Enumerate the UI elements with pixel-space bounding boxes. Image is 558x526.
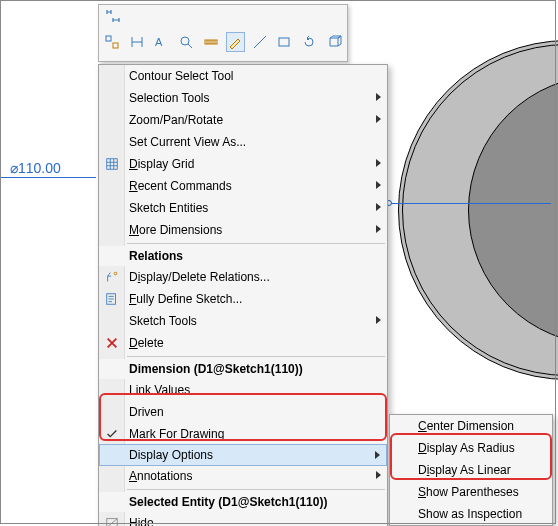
submenu-arrow-icon <box>376 471 381 479</box>
menu-item[interactable]: Center Dimension <box>390 415 552 437</box>
view-icon[interactable] <box>324 32 343 52</box>
menu-item-label: Fully Define Sketch... <box>129 292 369 306</box>
display-options-submenu: Center DimensionDisplay As RadiusDisplay… <box>389 414 553 526</box>
menu-item-label: Sketch Tools <box>129 314 369 328</box>
menu-item[interactable]: Show Parentheses <box>390 481 552 503</box>
measure-icon[interactable] <box>201 32 220 52</box>
menu-item-label: Recent Commands <box>129 179 369 193</box>
menu-item[interactable]: Set Current View As... <box>99 131 387 153</box>
redo-icon[interactable] <box>300 32 319 52</box>
menu-item[interactable]: Display Options <box>99 444 387 466</box>
menu-item[interactable]: Recent Commands <box>99 175 387 197</box>
menu-item-label: Driven <box>129 405 369 419</box>
dimension-leader <box>0 177 96 178</box>
menu-item[interactable]: Mark For Drawing <box>99 423 387 445</box>
menu-section-header: Relations <box>99 246 387 266</box>
sketch-icon[interactable] <box>251 32 270 52</box>
grid-icon <box>103 155 121 173</box>
menu-item-label: More Dimensions <box>129 223 369 237</box>
submenu-arrow-icon <box>376 225 381 233</box>
context-menu: Contour Select ToolSelection ToolsZoom/P… <box>98 64 388 526</box>
menu-item[interactable]: Annotations <box>99 465 387 487</box>
svg-rect-6 <box>107 159 118 170</box>
menu-item-label: Center Dimension <box>418 419 534 433</box>
menu-item-label: Display As Linear <box>418 463 534 477</box>
construction-line <box>391 203 551 204</box>
menu-item-label: Hide <box>129 516 369 526</box>
menu-item[interactable]: Display As Linear <box>390 459 552 481</box>
rect-icon[interactable] <box>275 32 294 52</box>
tool-1-icon[interactable] <box>103 32 122 52</box>
dimension-label[interactable]: ⌀110.00 <box>10 160 61 176</box>
submenu-arrow-icon <box>376 181 381 189</box>
menu-item[interactable]: Fully Define Sketch... <box>99 288 387 310</box>
check-icon <box>103 425 121 443</box>
menu-section-header: Selected Entity (D1@Sketch1(110)) <box>99 492 387 512</box>
submenu-arrow-icon <box>376 159 381 167</box>
delete-icon <box>103 334 121 352</box>
magnify-icon[interactable] <box>177 32 196 52</box>
menu-item-label: Delete <box>129 336 369 350</box>
highlight-icon[interactable] <box>226 32 245 52</box>
menu-item[interactable]: More Dimensions <box>99 219 387 241</box>
submenu-arrow-icon <box>376 316 381 324</box>
menu-item-label: Annotations <box>129 469 369 483</box>
menu-item-label: Set Current View As... <box>129 135 369 149</box>
svg-text:A: A <box>155 36 163 48</box>
menu-item[interactable]: Selection Tools <box>99 87 387 109</box>
menu-item-label: Display Options <box>129 448 368 462</box>
menu-item[interactable]: Driven <box>99 401 387 423</box>
menu-item[interactable]: Link Values <box>99 379 387 401</box>
svg-point-7 <box>114 272 117 275</box>
menu-item[interactable]: Display Grid <box>99 153 387 175</box>
menu-item[interactable]: Sketch Entities <box>99 197 387 219</box>
tool-3-icon[interactable]: A <box>152 32 171 52</box>
tool-2-icon[interactable] <box>128 32 147 52</box>
menu-item[interactable]: Zoom/Pan/Rotate <box>99 109 387 131</box>
menu-item-label: Mark For Drawing <box>129 427 369 441</box>
menu-item[interactable]: Display/Delete Relations... <box>99 266 387 288</box>
menu-item-label: Display Grid <box>129 157 369 171</box>
menu-item[interactable]: Display As Radius <box>390 437 552 459</box>
svg-rect-5 <box>279 38 289 46</box>
menu-item-label: Contour Select Tool <box>129 69 369 83</box>
submenu-arrow-icon <box>376 115 381 123</box>
menu-item-label: Display As Radius <box>418 441 534 455</box>
menu-item-label: Zoom/Pan/Rotate <box>129 113 369 127</box>
menu-item-label: Display/Delete Relations... <box>129 270 369 284</box>
svg-rect-0 <box>106 36 111 41</box>
hide-icon <box>103 514 121 526</box>
svg-point-3 <box>181 37 189 45</box>
relations-icon <box>103 268 121 286</box>
menu-item-label: Selection Tools <box>129 91 369 105</box>
svg-rect-1 <box>113 43 118 48</box>
submenu-arrow-icon <box>376 203 381 211</box>
submenu-arrow-icon <box>376 93 381 101</box>
context-toolbar: A <box>98 4 348 62</box>
menu-item[interactable]: Sketch Tools <box>99 310 387 332</box>
menu-item[interactable]: Show as Inspection <box>390 503 552 525</box>
menu-item-label: Show Parentheses <box>418 485 534 499</box>
menu-item[interactable]: Delete <box>99 332 387 354</box>
smart-dimension-icon[interactable] <box>103 6 123 26</box>
menu-item-label: Sketch Entities <box>129 201 369 215</box>
define-icon <box>103 290 121 308</box>
menu-item[interactable]: Hide <box>99 512 387 526</box>
menu-section-header: Dimension (D1@Sketch1(110)) <box>99 359 387 379</box>
menu-item-label: Link Values <box>129 383 369 397</box>
menu-item[interactable]: Contour Select Tool <box>99 65 387 87</box>
submenu-arrow-icon <box>375 451 380 459</box>
menu-item-label: Show as Inspection <box>418 507 534 521</box>
